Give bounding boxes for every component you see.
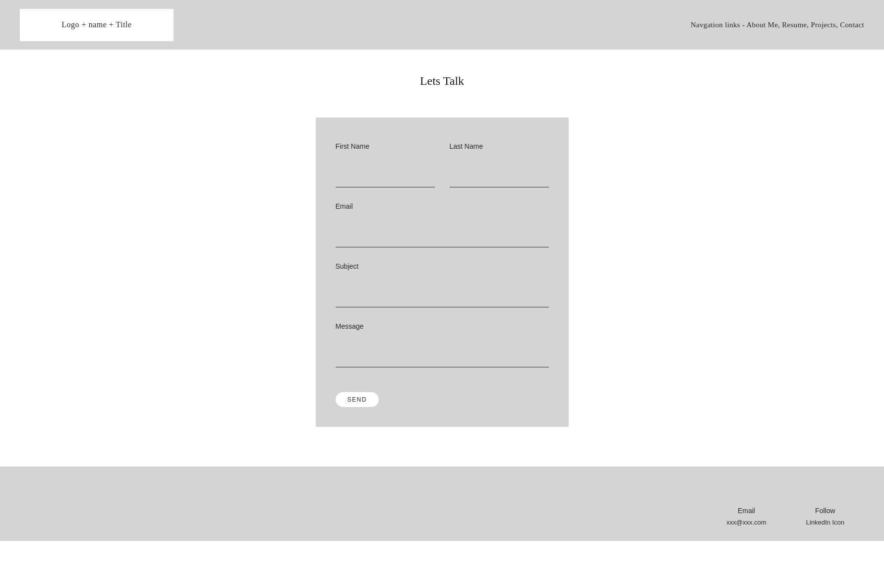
subject-row: Subject: [336, 262, 549, 307]
footer-follow-title: Follow: [815, 507, 835, 515]
nav-links[interactable]: Navgation links - About Me, Resume, Proj…: [691, 21, 864, 29]
email-label: Email: [336, 202, 549, 210]
page-title: Lets Talk: [420, 74, 464, 88]
last-name-input[interactable]: [450, 175, 549, 187]
footer-linkedin-icon[interactable]: LinkedIn Icon: [806, 519, 844, 526]
footer-follow-col: Follow LinkedIn Icon: [806, 507, 844, 526]
footer-email-value[interactable]: xxx@xxx.com: [726, 519, 766, 526]
footer-email-col: Email xxx@xxx.com: [726, 507, 766, 526]
logo-text: Logo + name + Title: [61, 20, 131, 29]
email-row: Email: [336, 202, 549, 247]
logo-box: Logo + name + Title: [20, 9, 174, 41]
footer-email-title: Email: [738, 507, 755, 515]
first-name-label: First Name: [336, 142, 435, 150]
email-input[interactable]: [336, 235, 549, 247]
name-row: First Name Last Name: [336, 142, 549, 187]
main-content: Lets Talk First Name Last Name Email Sub…: [0, 50, 884, 467]
subject-input[interactable]: [336, 295, 549, 307]
last-name-label: Last Name: [450, 142, 549, 150]
header: Logo + name + Title Navgation links - Ab…: [0, 0, 884, 50]
first-name-input[interactable]: [336, 175, 435, 187]
send-button[interactable]: SEND: [336, 392, 379, 407]
message-label: Message: [336, 322, 549, 330]
footer: Email xxx@xxx.com Follow LinkedIn Icon: [0, 467, 884, 541]
first-name-group: First Name: [336, 142, 435, 187]
subject-label: Subject: [336, 262, 549, 270]
message-input[interactable]: [336, 355, 549, 367]
message-row: Message: [336, 322, 549, 367]
last-name-group: Last Name: [450, 142, 549, 187]
contact-form-card: First Name Last Name Email Subject Messa…: [316, 118, 569, 427]
